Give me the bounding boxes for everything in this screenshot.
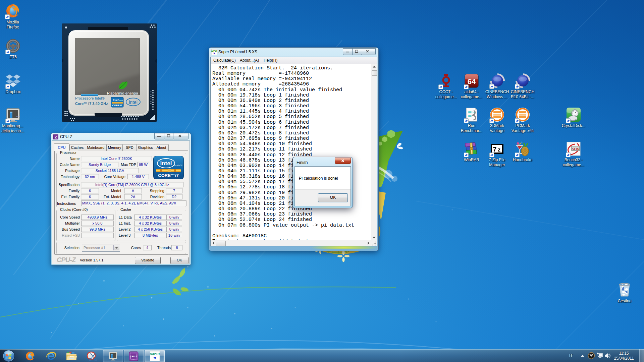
svg-text:π: π [154, 355, 156, 360]
svg-text:7: 7 [493, 146, 497, 153]
svg-text:ATTO: ATTO [572, 147, 580, 150]
svg-text:SUPER: SUPER [150, 352, 160, 356]
svg-text:CORE™i7: CORE™i7 [158, 173, 178, 178]
svg-text:CORE i7: CORE i7 [112, 104, 122, 107]
svg-text:intel: intel [129, 100, 138, 105]
svg-text:Processore Intel®: Processore Intel® [75, 96, 105, 100]
svg-text:inside™: inside™ [174, 164, 182, 167]
svg-text:Risparmio energia: Risparmio energia [107, 91, 139, 95]
svg-text:intel: intel [113, 99, 119, 102]
svg-text:Z: Z [55, 135, 57, 139]
svg-text:z: z [498, 146, 501, 153]
svg-text:π: π [213, 51, 215, 55]
svg-text:64: 64 [468, 77, 476, 86]
svg-text:CPU-Z: CPU-Z [130, 355, 138, 358]
svg-text:intel: intel [16, 116, 20, 118]
svg-text:Core™ i7 3,40 GHz: Core™ i7 3,40 GHz [75, 102, 108, 106]
svg-text:intel: intel [160, 160, 172, 167]
svg-text:inside: inside [119, 100, 123, 101]
